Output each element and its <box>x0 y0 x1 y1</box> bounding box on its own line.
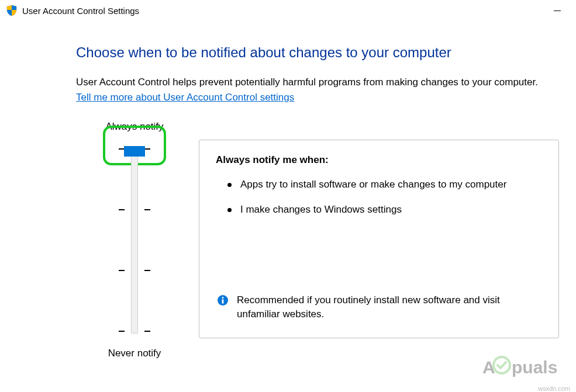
slider-thumb[interactable] <box>124 146 145 157</box>
svg-point-1 <box>222 297 224 299</box>
minimize-button[interactable] <box>544 2 570 19</box>
main-area: Always notify Never notify Always n <box>76 121 576 359</box>
help-link[interactable]: Tell me more about User Account Control … <box>76 92 294 103</box>
slider-tick <box>119 270 125 271</box>
content-area: Choose when to be notified about changes… <box>0 21 576 359</box>
svg-rect-2 <box>222 300 224 304</box>
notification-detail-panel: Always notify me when: Apps try to insta… <box>199 140 559 338</box>
page-heading: Choose when to be notified about changes… <box>76 44 576 61</box>
window-title: User Account Control Settings <box>22 6 544 16</box>
recommendation-text: Recommended if you routinely install new… <box>237 293 542 321</box>
uac-slider[interactable] <box>131 147 138 334</box>
slider-tick <box>144 209 150 210</box>
info-icon <box>217 294 229 306</box>
panel-bullet: I make changes to Windows settings <box>227 203 542 217</box>
panel-bullet: Apps try to install software or make cha… <box>227 178 542 192</box>
title-bar: User Account Control Settings <box>0 0 576 21</box>
slider-tick <box>144 331 150 332</box>
minimize-icon <box>554 11 561 11</box>
slider-label-top: Always notify <box>76 121 193 133</box>
source-watermark: wsxdn.com <box>538 385 570 392</box>
slider-tick <box>144 148 150 150</box>
slider-wrap <box>76 141 193 339</box>
slider-section: Always notify Never notify <box>76 121 193 359</box>
panel-heading: Always notify me when: <box>216 154 542 166</box>
svg-text:A: A <box>482 358 495 377</box>
uac-shield-icon <box>6 5 18 16</box>
recommendation-row: Recommended if you routinely install new… <box>216 293 542 321</box>
svg-point-4 <box>494 357 510 373</box>
slider-tick <box>119 209 125 210</box>
slider-tick <box>144 270 150 271</box>
slider-tick <box>119 331 125 332</box>
description-text: User Account Control helps prevent poten… <box>76 76 576 89</box>
svg-text:puals: puals <box>512 358 557 377</box>
panel-bullet-list: Apps try to install software or make cha… <box>216 178 542 217</box>
slider-label-bottom: Never notify <box>76 348 193 359</box>
